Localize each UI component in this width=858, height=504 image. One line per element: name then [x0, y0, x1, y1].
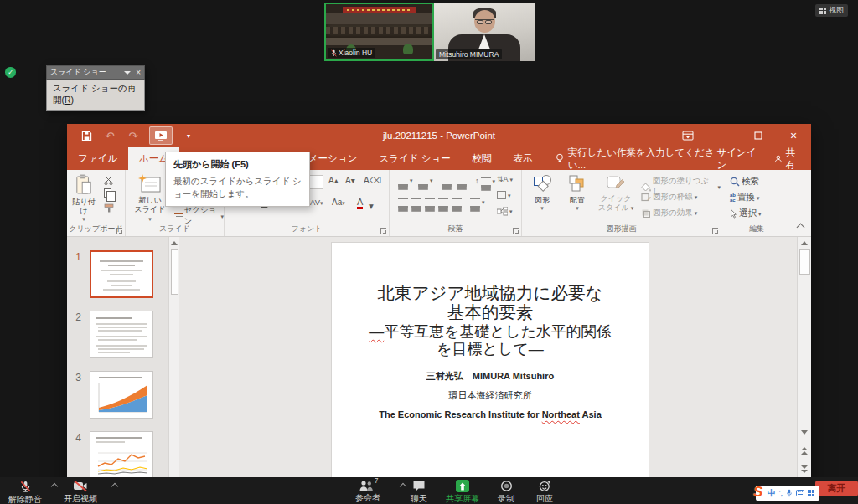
align-center-icon	[411, 198, 421, 206]
copy-button[interactable]	[104, 188, 111, 198]
text-direction-button[interactable]: ⇅A▾	[497, 175, 513, 183]
resume-slideshow-menu-item[interactable]: スライド ショーの再開(R)	[46, 80, 145, 111]
justify-button[interactable]	[438, 198, 448, 206]
cut-button[interactable]	[104, 176, 113, 185]
align-center-button[interactable]	[411, 198, 421, 206]
slide-thumbnail-1[interactable]	[90, 250, 153, 298]
dialog-launcher-icon[interactable]	[712, 228, 718, 234]
scroll-up-icon[interactable]	[169, 237, 179, 249]
thumbnail-scrollbar[interactable]	[168, 237, 179, 504]
columns-button[interactable]: ▾	[470, 198, 485, 206]
convert-smartart-button[interactable]: ▾	[497, 207, 513, 216]
dialog-launcher-icon[interactable]	[116, 228, 122, 234]
security-shield-icon[interactable]: ✓	[5, 67, 16, 78]
tab-review[interactable]: 校閲	[462, 147, 503, 170]
video-strip: Xiaolin HU Mitsuhiro MIMURA	[324, 3, 535, 61]
ime-punctuation-mode[interactable]: ’,	[779, 489, 783, 497]
mic-options-chevron[interactable]	[51, 483, 58, 490]
shape-outline-button[interactable]: 図形の枠線▾	[641, 192, 697, 203]
minimize-icon[interactable]: —	[706, 124, 741, 147]
previous-slide-icon[interactable]	[798, 445, 811, 456]
distribute-button[interactable]	[452, 198, 462, 206]
close-icon[interactable]: ×	[136, 69, 141, 77]
indent-left-icon	[442, 177, 452, 184]
ime-keyboard-icon[interactable]	[796, 490, 804, 496]
view-layout-button[interactable]: 视图	[815, 4, 848, 17]
chat-icon	[412, 480, 426, 492]
slide-scrollbar[interactable]	[797, 237, 811, 504]
ppt-titlebar[interactable]: ↶ ↷ ▾ jlu.20211215 - PowerPoint — ×	[67, 124, 811, 147]
video-options-chevron[interactable]	[111, 483, 118, 490]
mic-muted-icon	[331, 49, 337, 57]
ime-mic-icon[interactable]	[786, 489, 793, 497]
slide-thumbnail-3[interactable]	[90, 371, 153, 419]
grid-view-icon	[819, 8, 826, 14]
next-slide-icon[interactable]	[798, 463, 811, 475]
ime-toolbox-icon[interactable]	[808, 490, 814, 496]
chevron-down-icon[interactable]: ▾	[369, 202, 374, 212]
line-spacing-button[interactable]: ↕▾	[475, 177, 495, 185]
chat-button[interactable]: 聊天	[411, 480, 427, 504]
video-tile-speaker[interactable]: Mitsuhiro MIMURA	[434, 3, 535, 61]
increase-font-icon[interactable]: A▴	[328, 176, 339, 185]
quick-styles-button[interactable]: クイック スタイル ▾	[597, 174, 634, 213]
find-button[interactable]: 検索	[730, 176, 759, 188]
bullets-button[interactable]: ▾	[398, 177, 413, 184]
tab-slideshow[interactable]: スライド ショー	[368, 147, 461, 170]
dialog-launcher-icon[interactable]	[380, 228, 386, 234]
paste-button[interactable]: 貼り付け ▾	[69, 174, 99, 222]
unmute-button[interactable]: 解除静音	[8, 480, 42, 504]
arrange-button[interactable]: 配置 ▾	[562, 174, 592, 211]
shape-effects-button[interactable]: 図形の効果▾	[641, 208, 697, 219]
shapes-icon	[527, 174, 557, 193]
numbering-button[interactable]: ▾	[418, 177, 433, 184]
align-right-button[interactable]	[425, 198, 435, 206]
current-slide[interactable]: 北東アジア地域協力に必要な 基本的要素 ―平等互恵を基礎とした水平的関係 を目標…	[332, 243, 649, 481]
scroll-down-icon[interactable]	[798, 426, 811, 438]
font-color-button[interactable]: A	[357, 198, 363, 209]
increase-indent-button[interactable]	[457, 177, 467, 184]
replace-button[interactable]: abac 置換▾	[730, 192, 760, 203]
select-button[interactable]: 選択▾	[730, 208, 762, 219]
share-button[interactable]: 共有	[774, 147, 803, 172]
record-button[interactable]: 录制	[498, 480, 514, 504]
sign-in-link[interactable]: サインイン	[717, 147, 762, 172]
scrollbar-thumb[interactable]	[799, 249, 810, 275]
close-window-icon[interactable]: ×	[776, 124, 811, 147]
slide-subtitle: ―平等互恵を基礎とした水平的関係 を目標として―	[332, 323, 649, 358]
video-tile-room[interactable]: Xiaolin HU	[324, 3, 434, 61]
format-painter-button[interactable]	[104, 203, 114, 213]
align-text-button[interactable]: ▾	[497, 191, 511, 199]
scroll-up-icon[interactable]	[798, 237, 811, 249]
tab-file[interactable]: ファイル	[67, 147, 128, 170]
ime-language-mode[interactable]: 中	[768, 489, 776, 497]
decrease-font-icon[interactable]: A▾	[345, 176, 355, 185]
tab-view[interactable]: 表示	[503, 147, 544, 170]
ime-toolbar[interactable]: S 中 ’,	[756, 486, 819, 501]
change-case-button[interactable]: Aa▾	[332, 198, 345, 207]
tell-me-box[interactable]: 実行したい作業を入力してください...	[556, 147, 717, 170]
share-screen-button[interactable]: 共享屏幕	[446, 480, 479, 504]
shapes-button[interactable]: 図形 ▾	[527, 174, 557, 211]
start-video-button[interactable]: 开启视频	[64, 480, 97, 504]
slide-thumbnail-2[interactable]	[90, 311, 153, 358]
chevron-down-icon[interactable]	[124, 71, 131, 75]
participant-name: Mitsuhiro MIMURA	[439, 50, 499, 59]
character-spacing-button[interactable]: AV▾	[310, 198, 323, 207]
align-left-button[interactable]	[398, 198, 408, 206]
leave-meeting-button[interactable]: 离开	[815, 481, 858, 496]
ribbon-display-options-icon[interactable]	[670, 124, 706, 147]
reactions-button[interactable]: 回应	[536, 480, 553, 504]
scrollbar-thumb[interactable]	[171, 249, 178, 295]
collapse-ribbon-icon[interactable]	[797, 224, 805, 232]
maximize-icon[interactable]	[741, 124, 776, 147]
participants-chevron[interactable]	[400, 483, 406, 490]
clear-formatting-icon[interactable]: A⌫	[364, 176, 381, 185]
participants-button[interactable]: 7 参会者	[355, 480, 380, 504]
slide-thumbnail-4[interactable]	[90, 431, 153, 479]
decrease-indent-button[interactable]	[442, 177, 452, 184]
slideshow-popup-titlebar[interactable]: スライド ショー ×	[46, 65, 145, 80]
new-slide-button[interactable]: 新しい スライド ▾	[132, 174, 168, 223]
dialog-launcher-icon[interactable]	[513, 228, 519, 234]
line-chart-mini	[94, 446, 149, 478]
